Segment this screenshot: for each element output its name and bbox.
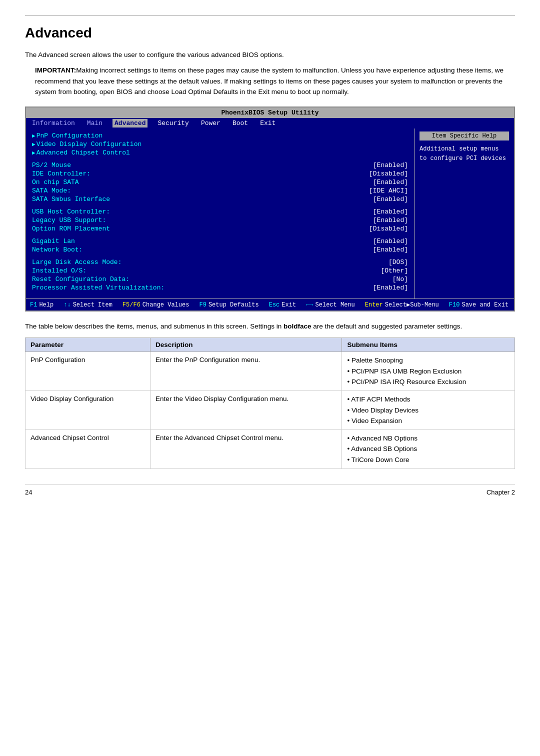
table-header-parameter: Parameter xyxy=(26,338,150,352)
table-cell-submenu: Palette Snooping PCI/PNP ISA UMB Region … xyxy=(342,352,515,391)
bios-setting-legacy-usb[interactable]: Legacy USB Support: [Enabled] xyxy=(32,216,408,224)
footer-enter: Enter Select▶Sub-Menu xyxy=(365,301,439,308)
chapter-label: Chapter 2 xyxy=(486,488,515,496)
bios-main-panel: ▶ PnP Configuration ▶ Video Display Conf… xyxy=(26,128,414,298)
settings-table: Parameter Description Submenu Items PnP … xyxy=(25,338,515,468)
footer-f5f6: F5/F6 Change Values xyxy=(122,301,190,308)
table-row: Video Display Configuration Enter the Vi… xyxy=(26,391,515,430)
bios-ui: PhoenixBIOS Setup Utility Information Ma… xyxy=(25,106,515,312)
table-row: Advanced Chipset Control Enter the Advan… xyxy=(26,430,515,468)
bios-setting-reset-config[interactable]: Reset Configuration Data: [No] xyxy=(32,275,408,284)
important-label: IMPORTANT: xyxy=(35,66,76,74)
footer-select-menu: ←→ Select Menu xyxy=(306,301,355,308)
bios-setting-network-boot[interactable]: Network Boot: [Enabled] xyxy=(32,246,408,254)
bios-setting-ide[interactable]: IDE Controller: [Disabled] xyxy=(32,170,408,178)
footer-f10: F10 Save and Exit xyxy=(449,301,508,308)
bios-setting-gigabit[interactable]: Gigabit Lan [Enabled] xyxy=(32,237,408,246)
table-header-submenu: Submenu Items xyxy=(342,338,515,352)
table-cell-description: Enter the Advanced Chipset Control menu. xyxy=(150,430,342,468)
bios-sidebar-text: Additional setup menus to configure PCI … xyxy=(420,144,509,164)
bios-menu-advanced[interactable]: Advanced xyxy=(112,119,148,128)
table-cell-parameter: Video Display Configuration xyxy=(26,391,150,430)
bios-setting-sata[interactable]: On chip SATA [Enabled] xyxy=(32,178,408,186)
bios-setting-sata-mode[interactable]: SATA Mode: [IDE AHCI] xyxy=(32,186,408,195)
bios-menu-bar: Information Main Advanced Security Power… xyxy=(26,118,514,128)
footer-f9: F9 Setup Defaults xyxy=(199,301,258,308)
bios-submenu-pnp[interactable]: ▶ PnP Configuration xyxy=(32,132,408,140)
arrow-icon: ▶ xyxy=(32,141,36,148)
table-cell-parameter: Advanced Chipset Control xyxy=(26,430,150,468)
table-caption: The table below describes the items, men… xyxy=(25,322,515,332)
important-block: IMPORTANT:Making incorrect settings to i… xyxy=(25,65,515,98)
bios-setting-large-disk[interactable]: Large Disk Access Mode: [DOS] xyxy=(32,258,408,266)
footer-select-item: ↑↓ Select Item xyxy=(64,301,112,308)
bios-menu-power[interactable]: Power xyxy=(199,119,222,128)
page-title: Advanced xyxy=(25,15,515,41)
footer-f1: F1 Help xyxy=(30,301,54,308)
bios-submenu-chipset[interactable]: ▶ Advanced Chipset Control xyxy=(32,148,408,157)
bios-submenu-video-label: Video Display Configuration xyxy=(36,140,142,148)
arrow-icon: ▶ xyxy=(32,150,36,156)
bios-setting-ps2mouse[interactable]: PS/2 Mouse [Enabled] xyxy=(32,161,408,170)
footer-esc: Esc Exit xyxy=(269,301,296,308)
bios-setting-sata-smbus[interactable]: SATA Smbus Interface [Enabled] xyxy=(32,195,408,204)
table-cell-submenu: Advanced NB Options Advanced SB Options … xyxy=(342,430,515,468)
bios-menu-exit[interactable]: Exit xyxy=(258,119,278,128)
bios-menu-security[interactable]: Security xyxy=(156,119,190,128)
arrow-icon: ▶ xyxy=(32,132,36,139)
table-cell-description: Enter the Video Display Configuration me… xyxy=(150,391,342,430)
bios-submenu-pnp-label: PnP Configuration xyxy=(36,132,103,140)
page-footer: 24 Chapter 2 xyxy=(25,484,515,496)
bios-menu-main[interactable]: Main xyxy=(85,119,104,128)
bios-menu-boot[interactable]: Boot xyxy=(230,119,250,128)
bios-menu-information[interactable]: Information xyxy=(30,119,77,128)
bios-title: PhoenixBIOS Setup Utility xyxy=(26,108,514,118)
bios-submenu-chipset-label: Advanced Chipset Control xyxy=(36,149,130,156)
table-row: PnP Configuration Enter the PnP Configur… xyxy=(26,352,515,391)
page-number: 24 xyxy=(25,488,32,496)
table-cell-parameter: PnP Configuration xyxy=(26,352,150,391)
table-header-description: Description xyxy=(150,338,342,352)
bios-footer: F1 Help ↑↓ Select Item F5/F6 Change Valu… xyxy=(26,298,514,310)
bios-content: ▶ PnP Configuration ▶ Video Display Conf… xyxy=(26,128,514,298)
table-cell-submenu: ATIF ACPI Methods Video Display Devices … xyxy=(342,391,515,430)
important-text: Making incorrect settings to items on th… xyxy=(35,66,504,96)
bios-sidebar: Item Specific Help Additional setup menu… xyxy=(414,128,514,298)
intro-text: The Advanced screen allows the user to c… xyxy=(25,50,515,60)
bios-setting-installed-os[interactable]: Installed O/S: [Other] xyxy=(32,266,408,275)
bios-sidebar-title: Item Specific Help xyxy=(420,132,509,140)
bios-setting-virtualization[interactable]: Processor Assisted Virtualization: [Enab… xyxy=(32,284,408,292)
bios-submenu-video[interactable]: ▶ Video Display Configuration xyxy=(32,140,408,148)
bios-setting-option-rom[interactable]: Option ROM Placement [Disabled] xyxy=(32,224,408,233)
table-cell-description: Enter the PnP Configuration menu. xyxy=(150,352,342,391)
bios-setting-usb[interactable]: USB Host Controller: [Enabled] xyxy=(32,208,408,216)
